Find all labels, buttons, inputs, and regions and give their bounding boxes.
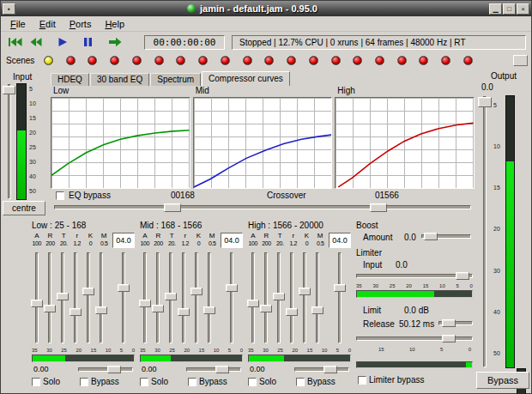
crossover-slider[interactable] xyxy=(51,203,475,213)
slider-handle[interactable] xyxy=(299,288,311,295)
makeup-slider[interactable] xyxy=(95,252,107,344)
threshold-slider[interactable] xyxy=(165,252,177,344)
makeup-slider[interactable] xyxy=(311,252,323,344)
menu-edit[interactable]: Edit xyxy=(33,17,63,30)
release-slider[interactable] xyxy=(44,252,56,344)
tab-30-band-eq[interactable]: 30 band EQ xyxy=(90,73,149,86)
maximize-button[interactable]: □ xyxy=(503,3,516,15)
slider-handle[interactable] xyxy=(57,293,69,300)
minimize-button[interactable]: ▁ xyxy=(489,3,502,15)
limiter-attenuation-slider[interactable] xyxy=(356,335,473,342)
skip-start-button[interactable] xyxy=(4,34,26,50)
close-button[interactable]: × xyxy=(517,3,529,15)
limiter-bypass-checkbox[interactable] xyxy=(358,376,366,385)
scene-extra-button[interactable] xyxy=(513,55,528,66)
slider-handle[interactable] xyxy=(31,300,43,307)
crossover-high-handle[interactable] xyxy=(370,203,387,212)
gain-fader[interactable] xyxy=(226,252,238,344)
slider-handle[interactable] xyxy=(442,335,456,342)
ratio-slider[interactable] xyxy=(178,252,190,344)
slider-handle[interactable] xyxy=(311,306,323,314)
attack-slider[interactable] xyxy=(139,252,151,344)
play-button[interactable] xyxy=(54,34,71,50)
slider-handle[interactable] xyxy=(456,272,469,280)
ratio-slider[interactable] xyxy=(286,252,298,344)
tab-spectrum[interactable]: Spectrum xyxy=(150,73,201,86)
slider-handle[interactable] xyxy=(139,300,151,307)
slider-handle[interactable] xyxy=(190,288,203,295)
slider-handle[interactable] xyxy=(107,366,121,373)
slider-handle[interactable] xyxy=(273,293,285,300)
tab-compressor-curves[interactable]: Compressor curves xyxy=(202,71,290,86)
scene-led[interactable] xyxy=(264,56,274,65)
scene-led[interactable] xyxy=(353,56,362,65)
scene-led[interactable] xyxy=(221,56,230,65)
knee-slider[interactable] xyxy=(82,252,94,344)
scene-led-active[interactable] xyxy=(44,56,53,65)
scene-led[interactable] xyxy=(66,56,76,65)
scene-led[interactable] xyxy=(198,56,208,65)
centre-button[interactable]: centre xyxy=(3,201,45,215)
pause-button[interactable] xyxy=(80,34,96,50)
limiter-input-slider[interactable] xyxy=(356,272,473,280)
titlebar[interactable]: ▪ jamin - default.jam - 0.95.0 ▁ □ × xyxy=(1,1,531,16)
knee-slider[interactable] xyxy=(190,252,203,344)
scene-led[interactable] xyxy=(397,56,407,65)
slider-handle[interactable] xyxy=(323,366,337,373)
slider-handle[interactable] xyxy=(95,306,107,314)
compressor-trim-slider[interactable] xyxy=(78,366,133,373)
rewind-button[interactable] xyxy=(26,34,45,50)
scene-led[interactable] xyxy=(287,56,296,65)
scene-led[interactable] xyxy=(375,56,384,65)
forward-button[interactable] xyxy=(105,34,125,50)
bypass-checkbox[interactable] xyxy=(188,378,196,386)
bypass-checkbox[interactable] xyxy=(80,378,88,386)
scene-led[interactable] xyxy=(441,56,450,65)
solo-checkbox[interactable] xyxy=(140,378,148,386)
output-fader-handle[interactable] xyxy=(478,97,492,107)
scene-led[interactable] xyxy=(132,56,142,65)
release-slider[interactable] xyxy=(438,319,473,327)
slider-handle[interactable] xyxy=(118,284,130,292)
slider-handle[interactable] xyxy=(424,233,438,240)
ratio-slider[interactable] xyxy=(70,252,82,344)
slider-handle[interactable] xyxy=(286,308,298,316)
slider-handle[interactable] xyxy=(70,308,82,316)
attack-slider[interactable] xyxy=(31,252,43,344)
makeup-slider[interactable] xyxy=(203,252,215,344)
slider-handle[interactable] xyxy=(152,305,164,312)
gain-fader[interactable] xyxy=(334,252,346,344)
scene-led[interactable] xyxy=(419,56,428,65)
solo-checkbox[interactable] xyxy=(248,378,257,386)
compressor-trim-slider[interactable] xyxy=(186,366,241,373)
knee-slider[interactable] xyxy=(299,252,311,344)
threshold-slider[interactable] xyxy=(273,252,285,344)
output-bypass-button[interactable]: Bypass xyxy=(476,372,529,389)
scene-led[interactable] xyxy=(110,56,119,65)
input-fader-handle[interactable] xyxy=(3,86,15,94)
release-slider[interactable] xyxy=(152,252,164,344)
slider-handle[interactable] xyxy=(442,319,456,327)
slider-handle[interactable] xyxy=(44,305,56,312)
threshold-slider[interactable] xyxy=(57,252,69,344)
solo-checkbox[interactable] xyxy=(32,378,40,386)
menu-ports[interactable]: Ports xyxy=(63,17,99,30)
tab-hdeq[interactable]: HDEQ xyxy=(51,73,89,86)
compressor-trim-slider[interactable] xyxy=(294,366,349,373)
menu-help[interactable]: Help xyxy=(98,17,131,30)
slider-handle[interactable] xyxy=(165,293,177,300)
eq-bypass-checkbox[interactable] xyxy=(56,191,64,200)
boost-amount-slider[interactable] xyxy=(421,233,471,240)
release-slider[interactable] xyxy=(260,252,272,344)
slider-handle[interactable] xyxy=(260,305,272,312)
slider-handle[interactable] xyxy=(82,288,94,295)
scene-led[interactable] xyxy=(463,56,473,65)
scene-led[interactable] xyxy=(176,56,185,65)
slider-handle[interactable] xyxy=(215,366,229,373)
slider-handle[interactable] xyxy=(178,308,190,316)
slider-handle[interactable] xyxy=(247,300,259,307)
input-fader[interactable] xyxy=(3,83,15,200)
scene-led[interactable] xyxy=(154,56,164,65)
scene-led[interactable] xyxy=(88,56,97,65)
attack-slider[interactable] xyxy=(247,252,259,344)
